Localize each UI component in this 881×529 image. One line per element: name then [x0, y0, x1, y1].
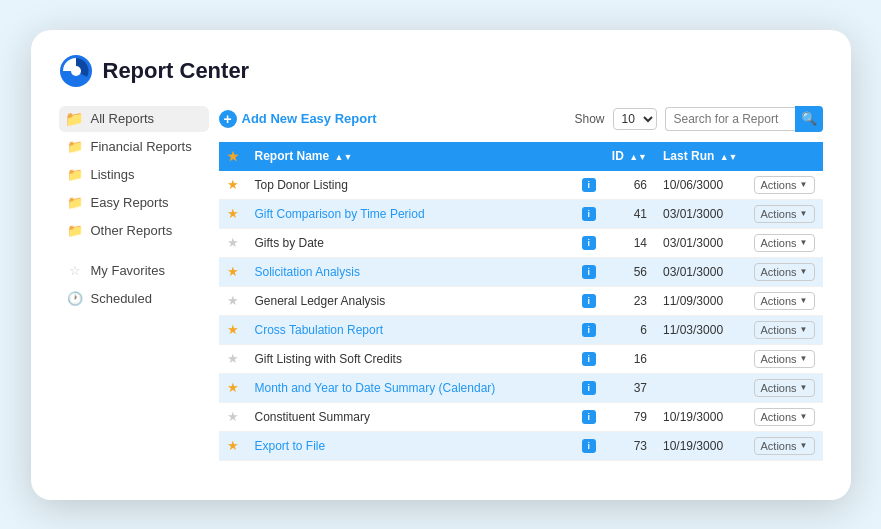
- star-cell[interactable]: ★: [219, 171, 247, 200]
- star-cell[interactable]: ★: [219, 199, 247, 228]
- star-filled-icon[interactable]: ★: [227, 322, 239, 337]
- table-row: ★Export to Filei7310/19/3000Actions ▼: [219, 431, 823, 460]
- id-cell: 6: [604, 315, 655, 344]
- sidebar-label-scheduled: Scheduled: [91, 291, 152, 306]
- sidebar-item-my-favorites[interactable]: ☆ My Favorites: [59, 258, 209, 284]
- actions-button[interactable]: Actions ▼: [754, 292, 815, 310]
- chevron-down-icon: ▼: [800, 354, 808, 363]
- info-cell: i: [574, 228, 604, 257]
- report-name-link[interactable]: Export to File: [255, 439, 326, 453]
- actions-button[interactable]: Actions ▼: [754, 379, 815, 397]
- star-empty-icon[interactable]: ★: [227, 293, 239, 308]
- actions-button[interactable]: Actions ▼: [754, 263, 815, 281]
- star-empty-icon[interactable]: ★: [227, 235, 239, 250]
- sidebar-item-financial-reports[interactable]: 📁 Financial Reports: [59, 134, 209, 160]
- star-empty-icon[interactable]: ★: [227, 409, 239, 424]
- sidebar-item-easy-reports[interactable]: 📁 Easy Reports: [59, 190, 209, 216]
- info-button[interactable]: i: [582, 236, 596, 250]
- sidebar-item-other-reports[interactable]: 📁 Other Reports: [59, 218, 209, 244]
- chevron-down-icon: ▼: [800, 412, 808, 421]
- star-cell[interactable]: ★: [219, 228, 247, 257]
- search-button[interactable]: 🔍: [795, 106, 823, 132]
- add-btn-label: Add New Easy Report: [242, 111, 377, 126]
- plus-circle-icon: +: [219, 110, 237, 128]
- star-cell[interactable]: ★: [219, 257, 247, 286]
- report-name-link[interactable]: Gift Comparison by Time Period: [255, 207, 425, 221]
- logo-icon: [59, 54, 93, 88]
- search-input[interactable]: [665, 107, 795, 131]
- star-filled-icon[interactable]: ★: [227, 438, 239, 453]
- chevron-down-icon: ▼: [800, 180, 808, 189]
- lastrun-cell: 10/19/3000: [655, 402, 746, 431]
- star-cell[interactable]: ★: [219, 431, 247, 460]
- report-name-text: Top Donor Listing: [255, 178, 348, 192]
- report-name-link[interactable]: Solicitation Analysis: [255, 265, 360, 279]
- col-header-star[interactable]: ★: [219, 142, 247, 171]
- report-panel: + Add New Easy Report Show 10 25 50 🔍: [219, 106, 823, 480]
- star-filled-icon[interactable]: ★: [227, 206, 239, 221]
- report-name-link[interactable]: Month and Year to Date Summary (Calendar…: [255, 381, 496, 395]
- info-cell: i: [574, 431, 604, 460]
- table-row: ★General Ledger Analysisi2311/09/3000Act…: [219, 286, 823, 315]
- info-cell: i: [574, 257, 604, 286]
- info-button[interactable]: i: [582, 265, 596, 279]
- actions-cell: Actions ▼: [746, 228, 823, 257]
- folder-icon: 📁: [67, 223, 83, 239]
- star-cell[interactable]: ★: [219, 402, 247, 431]
- col-header-id[interactable]: ID ▲▼: [604, 142, 655, 171]
- report-name-cell: Cross Tabulation Report: [247, 315, 574, 344]
- table-row: ★Constituent Summaryi7910/19/3000Actions…: [219, 402, 823, 431]
- toolbar-right: Show 10 25 50 🔍: [574, 106, 822, 132]
- star-cell[interactable]: ★: [219, 315, 247, 344]
- col-header-name[interactable]: Report Name ▲▼: [247, 142, 574, 171]
- chevron-down-icon: ▼: [800, 209, 808, 218]
- info-button[interactable]: i: [582, 381, 596, 395]
- show-select[interactable]: 10 25 50: [613, 108, 657, 130]
- info-cell: i: [574, 199, 604, 228]
- lastrun-cell: 10/06/3000: [655, 171, 746, 200]
- info-button[interactable]: i: [582, 178, 596, 192]
- lastrun-cell: 11/03/3000: [655, 315, 746, 344]
- add-new-easy-report-button[interactable]: + Add New Easy Report: [219, 110, 377, 128]
- sidebar-item-scheduled[interactable]: 🕐 Scheduled: [59, 286, 209, 312]
- sidebar-item-listings[interactable]: 📁 Listings: [59, 162, 209, 188]
- col-header-info: [574, 142, 604, 171]
- actions-button[interactable]: Actions ▼: [754, 437, 815, 455]
- star-filled-icon[interactable]: ★: [227, 264, 239, 279]
- actions-button[interactable]: Actions ▼: [754, 321, 815, 339]
- actions-button[interactable]: Actions ▼: [754, 176, 815, 194]
- lastrun-cell: 03/01/3000: [655, 257, 746, 286]
- id-cell: 56: [604, 257, 655, 286]
- actions-button[interactable]: Actions ▼: [754, 234, 815, 252]
- report-name-cell: Export to File: [247, 431, 574, 460]
- report-name-cell: Gift Listing with Soft Credits: [247, 344, 574, 373]
- sidebar-label-my-favorites: My Favorites: [91, 263, 165, 278]
- show-label: Show: [574, 112, 604, 126]
- table-row: ★Top Donor Listingi6610/06/3000Actions ▼: [219, 171, 823, 200]
- actions-button[interactable]: Actions ▼: [754, 350, 815, 368]
- actions-button[interactable]: Actions ▼: [754, 205, 815, 223]
- search-icon: 🔍: [801, 111, 817, 126]
- star-cell[interactable]: ★: [219, 373, 247, 402]
- actions-button[interactable]: Actions ▼: [754, 408, 815, 426]
- star-cell[interactable]: ★: [219, 286, 247, 315]
- info-button[interactable]: i: [582, 207, 596, 221]
- star-cell[interactable]: ★: [219, 344, 247, 373]
- id-cell: 41: [604, 199, 655, 228]
- report-name-link[interactable]: Cross Tabulation Report: [255, 323, 384, 337]
- actions-cell: Actions ▼: [746, 171, 823, 200]
- star-filled-icon[interactable]: ★: [227, 177, 239, 192]
- info-button[interactable]: i: [582, 294, 596, 308]
- info-cell: i: [574, 402, 604, 431]
- col-header-lastrun[interactable]: Last Run ▲▼: [655, 142, 746, 171]
- id-cell: 16: [604, 344, 655, 373]
- star-empty-icon[interactable]: ★: [227, 351, 239, 366]
- info-button[interactable]: i: [582, 410, 596, 424]
- info-button[interactable]: i: [582, 352, 596, 366]
- actions-cell: Actions ▼: [746, 315, 823, 344]
- lastrun-cell: 03/01/3000: [655, 228, 746, 257]
- sidebar-item-all-reports[interactable]: 📁 All Reports: [59, 106, 209, 132]
- info-button[interactable]: i: [582, 323, 596, 337]
- info-button[interactable]: i: [582, 439, 596, 453]
- star-filled-icon[interactable]: ★: [227, 380, 239, 395]
